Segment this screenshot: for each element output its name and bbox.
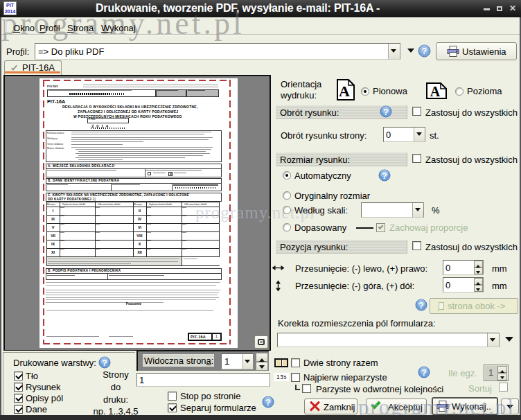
svg-text:?: ? [422, 46, 427, 56]
svg-text:A: A [339, 82, 350, 100]
svg-text:A: A [430, 84, 441, 99]
